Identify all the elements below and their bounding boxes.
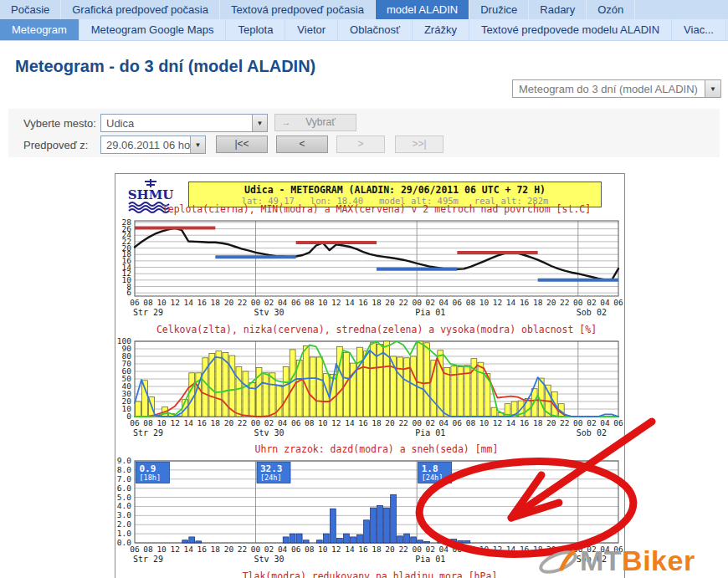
arrow-right-icon: → [275, 115, 297, 130]
svg-text:Pia 01: Pia 01 [415, 428, 445, 437]
svg-text:02: 02 [264, 545, 274, 554]
svg-text:04: 04 [439, 418, 449, 427]
svg-text:10: 10 [479, 298, 490, 307]
subtab-meteogram[interactable]: Meteogram [0, 19, 79, 40]
svg-text:04: 04 [278, 298, 288, 307]
svg-text:12: 12 [493, 298, 502, 307]
svg-text:10: 10 [318, 418, 328, 427]
svg-text:Stv 30: Stv 30 [254, 308, 285, 317]
svg-text:Sob 02: Sob 02 [577, 308, 607, 317]
svg-text:14: 14 [506, 418, 516, 427]
svg-text:20: 20 [385, 418, 395, 427]
svg-text:22: 22 [398, 418, 408, 427]
subtab-vietor[interactable]: Vietor [285, 19, 338, 40]
svg-text:Uhrn zrazok: dazd(modra) a sne: Uhrn zrazok: dazd(modra) a sneh(seda) [m… [255, 443, 499, 455]
first-button[interactable]: |<< [216, 136, 268, 153]
svg-text:Stv 30: Stv 30 [254, 428, 285, 437]
svg-text:16: 16 [197, 545, 208, 554]
svg-text:00: 00 [573, 418, 583, 427]
watermark-biker: Biker [622, 545, 695, 576]
chevron-down-icon[interactable]: ▼ [190, 136, 205, 153]
primary-nav: PočasieGrafická predpoveď počasiaTextová… [0, 0, 728, 19]
svg-text:9.0: 9.0 [117, 456, 131, 465]
svg-text:20: 20 [546, 418, 556, 427]
forecast-date-select[interactable]: 29.06.2011 06 hod ▼ [100, 136, 206, 154]
svg-text:2.0: 2.0 [117, 519, 131, 529]
svg-text:14: 14 [506, 545, 516, 554]
svg-text:Sob 02: Sob 02 [577, 428, 607, 437]
svg-text:08: 08 [143, 545, 153, 554]
meteogram-header-title: Udica - METEOGRAM (ALADIN: 29/06/2011 06… [189, 184, 601, 196]
svg-text:14: 14 [345, 298, 355, 307]
svg-text:02: 02 [425, 545, 434, 554]
svg-text:20: 20 [385, 545, 395, 554]
svg-text:10: 10 [318, 298, 328, 307]
prev-button[interactable]: < [276, 136, 328, 153]
tab-ozon[interactable]: Ozón [587, 0, 635, 19]
svg-text:02: 02 [425, 298, 434, 307]
svg-text:06: 06 [291, 418, 301, 427]
svg-text:Str 29: Str 29 [133, 555, 163, 564]
svg-text:00: 00 [251, 418, 261, 427]
tab-model-aladin[interactable]: model ALADIN [376, 0, 469, 19]
subtab-oblacnost[interactable]: Oblačnosť [338, 19, 413, 40]
tab-textova-predpoved-pocasia[interactable]: Textová predpoveď počasia [220, 0, 376, 19]
mtbiker-watermark: MTBiker [536, 544, 695, 577]
forecast-date-value: 29.06.2011 06 hod [101, 139, 190, 151]
last-button[interactable]: >>| [395, 136, 443, 153]
svg-text:08: 08 [466, 545, 476, 554]
svg-text:12: 12 [493, 418, 502, 427]
tab-pocasie[interactable]: Počasie [0, 0, 61, 19]
svg-text:12: 12 [331, 418, 341, 427]
forecast-from-label: Predpoveď z: [23, 139, 88, 151]
svg-text:16: 16 [358, 545, 368, 554]
svg-text:22: 22 [238, 545, 247, 554]
svg-text:18: 18 [533, 298, 543, 307]
svg-text:06: 06 [130, 545, 140, 554]
svg-text:12: 12 [170, 418, 179, 427]
subtab-meteogram-google-maps[interactable]: Meteogram Google Maps [79, 19, 227, 40]
subtab-textove-predpovede-modelu-aladin[interactable]: Textové predpovede modelu ALADIN [469, 19, 672, 40]
tab-graficka-predpoved-pocasia[interactable]: Grafická predpoveď počasia [61, 0, 220, 19]
svg-text:06: 06 [453, 418, 463, 427]
select-city-button[interactable]: → Vybrať [274, 114, 356, 131]
svg-text:02: 02 [587, 418, 596, 427]
svg-text:06: 06 [291, 545, 301, 554]
meteogram-image: SHMU Udica - METEOGRAM (ALADIN: 29/06/20… [115, 173, 625, 578]
svg-text:6.0: 6.0 [117, 483, 131, 493]
svg-text:[24h]: [24h] [422, 473, 443, 482]
city-select-value: Udica [101, 117, 252, 130]
view-dropdown[interactable]: Meteogram do 3 dní (model ALADIN) ▼ [512, 79, 721, 98]
svg-text:4.0: 4.0 [117, 501, 131, 510]
subtab-viac[interactable]: Viac... [672, 19, 726, 40]
svg-text:10: 10 [479, 418, 490, 427]
svg-text:06: 06 [613, 418, 623, 427]
svg-text:04: 04 [278, 418, 288, 427]
city-select[interactable]: Udica ▼ [100, 114, 268, 132]
svg-text:SHMU: SHMU [128, 187, 174, 202]
svg-text:14: 14 [183, 545, 193, 554]
svg-text:14: 14 [183, 418, 193, 427]
svg-text:22: 22 [238, 298, 247, 307]
svg-text:Stv 30: Stv 30 [254, 555, 285, 564]
svg-text:12: 12 [331, 298, 341, 307]
page-title: Meteogram - do 3 dní (model ALADIN) [15, 57, 728, 76]
svg-text:14: 14 [345, 545, 355, 554]
chevron-down-icon[interactable]: ▼ [705, 80, 720, 97]
svg-text:06: 06 [613, 298, 623, 307]
svg-text:14: 14 [183, 298, 193, 307]
forecast-form: Vyberte mesto: Udica ▼ → Vybrať Predpove… [8, 109, 720, 157]
subtab-teplota[interactable]: Teplota [226, 19, 285, 40]
view-dropdown-value: Meteogram do 3 dní (model ALADIN) [513, 83, 705, 95]
svg-text:10: 10 [479, 545, 490, 554]
select-city-button-label: Vybrať [297, 115, 356, 130]
svg-text:12: 12 [170, 545, 179, 554]
svg-text:Str 29: Str 29 [133, 308, 163, 317]
subtab-zrazky[interactable]: Zrážky [413, 19, 469, 40]
tab-druzice[interactable]: Družice [469, 0, 529, 19]
next-button[interactable]: > [336, 136, 385, 153]
svg-text:04: 04 [600, 298, 610, 307]
tab-radary[interactable]: Radary [529, 0, 587, 19]
city-label: Vyberte mesto: [23, 117, 96, 130]
chevron-down-icon[interactable]: ▼ [252, 115, 267, 131]
